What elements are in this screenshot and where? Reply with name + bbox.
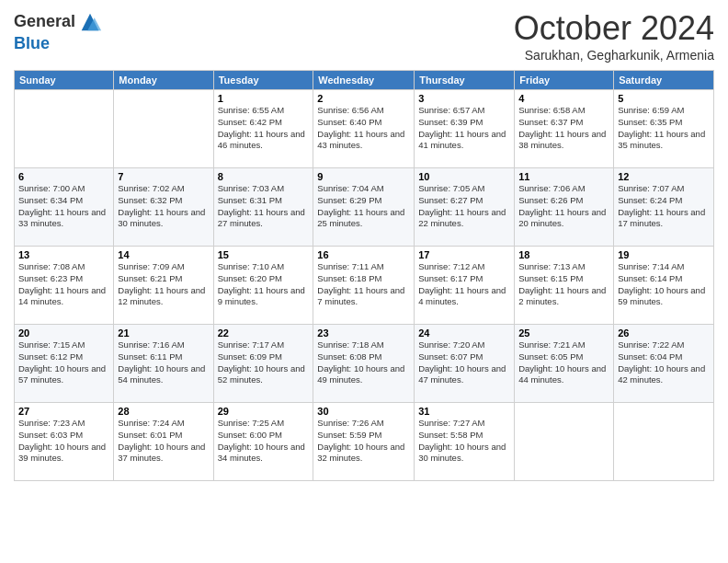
day-info: Sunrise: 7:06 AMSunset: 6:26 PMDaylight:… [518,183,609,230]
calendar-cell: 30Sunrise: 7:26 AMSunset: 5:59 PMDayligh… [313,403,415,481]
day-info: Sunrise: 7:20 AMSunset: 6:07 PMDaylight:… [418,339,510,386]
week-row-4: 20Sunrise: 7:15 AMSunset: 6:12 PMDayligh… [15,325,714,403]
calendar-cell: 6Sunrise: 7:00 AMSunset: 6:34 PMDaylight… [15,168,114,247]
day-info: Sunrise: 7:11 AMSunset: 6:18 PMDaylight:… [317,261,410,308]
day-info: Sunrise: 7:27 AMSunset: 5:58 PMDaylight:… [418,418,510,465]
day-info: Sunrise: 7:23 AMSunset: 6:03 PMDaylight:… [18,418,109,465]
weekday-header-wednesday: Wednesday [313,71,415,90]
calendar-cell: 3Sunrise: 6:57 AMSunset: 6:39 PMDaylight… [415,90,515,168]
day-info: Sunrise: 7:08 AMSunset: 6:23 PMDaylight:… [18,261,109,308]
calendar-cell: 12Sunrise: 7:07 AMSunset: 6:24 PMDayligh… [614,168,714,247]
weekday-header-sunday: Sunday [15,71,114,90]
page: General Blue October 2024 Sarukhan, Gegh… [0,0,728,490]
day-number: 1 [218,93,310,104]
day-number: 28 [118,406,209,417]
day-number: 31 [418,406,510,417]
weekday-header-saturday: Saturday [614,71,714,90]
weekday-header-thursday: Thursday [415,71,515,90]
day-info: Sunrise: 7:21 AMSunset: 6:05 PMDaylight:… [518,339,609,386]
calendar-cell: 2Sunrise: 6:56 AMSunset: 6:40 PMDaylight… [313,90,415,168]
day-info: Sunrise: 7:09 AMSunset: 6:21 PMDaylight:… [118,261,209,308]
logo-icon [77,9,103,35]
day-info: Sunrise: 7:12 AMSunset: 6:17 PMDaylight:… [418,261,510,308]
weekday-header-row: SundayMondayTuesdayWednesdayThursdayFrid… [15,71,714,90]
day-number: 8 [218,171,310,182]
calendar-cell: 18Sunrise: 7:13 AMSunset: 6:15 PMDayligh… [515,247,614,325]
day-info: Sunrise: 7:05 AMSunset: 6:27 PMDaylight:… [418,183,510,230]
day-info: Sunrise: 6:55 AMSunset: 6:42 PMDaylight:… [218,105,310,152]
week-row-2: 6Sunrise: 7:00 AMSunset: 6:34 PMDaylight… [15,168,714,247]
calendar-cell: 15Sunrise: 7:10 AMSunset: 6:20 PMDayligh… [213,247,313,325]
day-number: 4 [518,93,609,104]
day-number: 27 [18,406,109,417]
calendar-cell [114,90,213,168]
week-row-5: 27Sunrise: 7:23 AMSunset: 6:03 PMDayligh… [15,403,714,481]
calendar-cell: 19Sunrise: 7:14 AMSunset: 6:14 PMDayligh… [614,247,714,325]
day-number: 23 [317,327,410,339]
calendar-cell: 5Sunrise: 6:59 AMSunset: 6:35 PMDaylight… [614,90,714,168]
calendar-cell: 23Sunrise: 7:18 AMSunset: 6:08 PMDayligh… [313,325,415,403]
calendar-cell: 8Sunrise: 7:03 AMSunset: 6:31 PMDaylight… [213,168,313,247]
week-row-1: 1Sunrise: 6:55 AMSunset: 6:42 PMDaylight… [15,90,714,168]
calendar-cell: 17Sunrise: 7:12 AMSunset: 6:17 PMDayligh… [415,247,515,325]
calendar-cell: 4Sunrise: 6:58 AMSunset: 6:37 PMDaylight… [515,90,614,168]
day-info: Sunrise: 7:24 AMSunset: 6:01 PMDaylight:… [118,418,209,465]
day-number: 24 [418,327,510,339]
day-number: 5 [618,93,710,104]
day-number: 3 [418,93,510,104]
calendar-cell: 31Sunrise: 7:27 AMSunset: 5:58 PMDayligh… [415,403,515,481]
weekday-header-tuesday: Tuesday [213,71,313,90]
title-block: October 2024 Sarukhan, Gegharkunik, Arme… [514,9,714,63]
day-info: Sunrise: 6:56 AMSunset: 6:40 PMDaylight:… [317,105,410,152]
day-number: 19 [618,249,710,260]
calendar-cell: 29Sunrise: 7:25 AMSunset: 6:00 PMDayligh… [213,403,313,481]
day-info: Sunrise: 6:59 AMSunset: 6:35 PMDaylight:… [618,105,710,152]
calendar-cell [15,90,114,168]
day-info: Sunrise: 7:04 AMSunset: 6:29 PMDaylight:… [317,183,410,230]
day-number: 14 [118,249,209,260]
day-number: 13 [18,249,109,260]
day-number: 26 [618,327,710,339]
header: General Blue October 2024 Sarukhan, Gegh… [14,9,714,63]
day-number: 15 [218,249,310,260]
logo-text: General Blue [14,9,103,53]
day-number: 10 [418,171,510,182]
day-info: Sunrise: 7:16 AMSunset: 6:11 PMDaylight:… [118,339,209,386]
day-info: Sunrise: 6:57 AMSunset: 6:39 PMDaylight:… [418,105,510,152]
day-info: Sunrise: 7:00 AMSunset: 6:34 PMDaylight:… [18,183,109,230]
calendar-cell: 10Sunrise: 7:05 AMSunset: 6:27 PMDayligh… [415,168,515,247]
calendar-cell: 13Sunrise: 7:08 AMSunset: 6:23 PMDayligh… [15,247,114,325]
calendar-cell [614,403,714,481]
day-info: Sunrise: 7:15 AMSunset: 6:12 PMDaylight:… [18,339,109,386]
day-number: 29 [218,406,310,417]
location: Sarukhan, Gegharkunik, Armenia [514,48,714,63]
calendar-cell: 25Sunrise: 7:21 AMSunset: 6:05 PMDayligh… [515,325,614,403]
calendar-cell: 22Sunrise: 7:17 AMSunset: 6:09 PMDayligh… [213,325,313,403]
day-number: 25 [518,327,609,339]
week-row-3: 13Sunrise: 7:08 AMSunset: 6:23 PMDayligh… [15,247,714,325]
weekday-header-friday: Friday [515,71,614,90]
calendar-cell: 11Sunrise: 7:06 AMSunset: 6:26 PMDayligh… [515,168,614,247]
calendar-cell: 1Sunrise: 6:55 AMSunset: 6:42 PMDaylight… [213,90,313,168]
calendar-cell: 7Sunrise: 7:02 AMSunset: 6:32 PMDaylight… [114,168,213,247]
day-info: Sunrise: 7:13 AMSunset: 6:15 PMDaylight:… [518,261,609,308]
day-number: 2 [317,93,410,104]
day-info: Sunrise: 7:18 AMSunset: 6:08 PMDaylight:… [317,339,410,386]
day-number: 9 [317,171,410,182]
calendar-cell: 24Sunrise: 7:20 AMSunset: 6:07 PMDayligh… [415,325,515,403]
day-number: 7 [118,171,209,182]
calendar-cell: 16Sunrise: 7:11 AMSunset: 6:18 PMDayligh… [313,247,415,325]
calendar-cell: 21Sunrise: 7:16 AMSunset: 6:11 PMDayligh… [114,325,213,403]
day-number: 30 [317,406,410,417]
day-info: Sunrise: 7:10 AMSunset: 6:20 PMDaylight:… [218,261,310,308]
calendar-cell: 28Sunrise: 7:24 AMSunset: 6:01 PMDayligh… [114,403,213,481]
day-number: 16 [317,249,410,260]
weekday-header-monday: Monday [114,71,213,90]
month-title: October 2024 [514,9,714,48]
calendar-cell: 26Sunrise: 7:22 AMSunset: 6:04 PMDayligh… [614,325,714,403]
day-number: 12 [618,171,710,182]
day-number: 22 [218,327,310,339]
day-info: Sunrise: 6:58 AMSunset: 6:37 PMDaylight:… [518,105,609,152]
calendar-cell: 14Sunrise: 7:09 AMSunset: 6:21 PMDayligh… [114,247,213,325]
logo: General Blue [14,9,103,53]
